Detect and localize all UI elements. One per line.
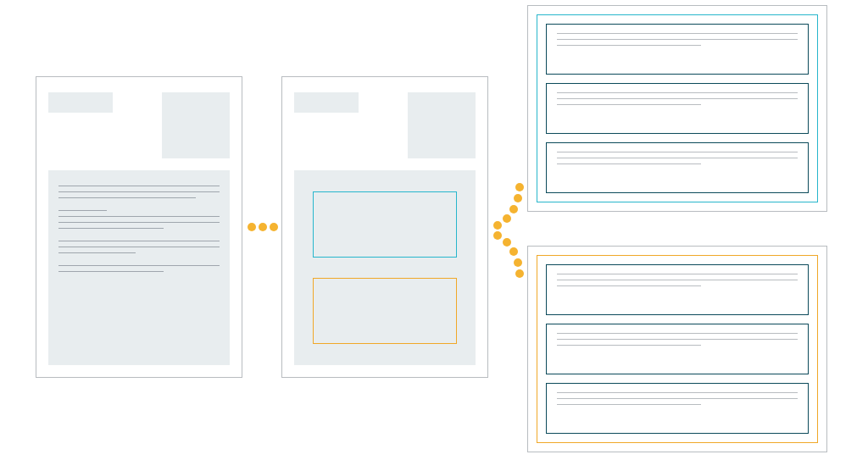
teal-frame (537, 14, 818, 202)
result-card (546, 24, 809, 75)
output-panel-amber (527, 246, 827, 452)
connector-dot-icon (515, 269, 524, 278)
slot-amber (313, 278, 457, 344)
result-card (546, 383, 809, 434)
image-placeholder (408, 92, 476, 158)
amber-frame (537, 255, 818, 443)
body-placeholder (48, 170, 230, 365)
output-panel-teal (527, 5, 827, 212)
diagram-canvas (0, 0, 868, 460)
connector-dot-icon (514, 258, 522, 267)
connector-dot-icon (259, 223, 267, 231)
connector-dot-icon (248, 223, 256, 231)
result-card (546, 142, 809, 193)
connector-dot-icon (270, 223, 278, 231)
connector-dot-icon (503, 238, 511, 247)
connector-dot-icon (493, 221, 502, 230)
result-card (546, 324, 809, 374)
image-placeholder (162, 92, 230, 158)
slot-container (294, 170, 476, 365)
connector-dot-icon (514, 194, 522, 202)
connector-dot-icon (515, 183, 524, 191)
title-placeholder (48, 92, 113, 113)
result-card (546, 264, 809, 315)
template-document-panel (281, 76, 488, 378)
slot-teal (313, 191, 457, 258)
connector-dot-icon (509, 205, 518, 213)
source-document-panel (36, 76, 242, 378)
result-card (546, 83, 809, 134)
connector-dot-icon (493, 231, 502, 240)
title-placeholder (294, 92, 359, 113)
connector-dot-icon (503, 214, 511, 223)
connector-dot-icon (509, 247, 518, 256)
